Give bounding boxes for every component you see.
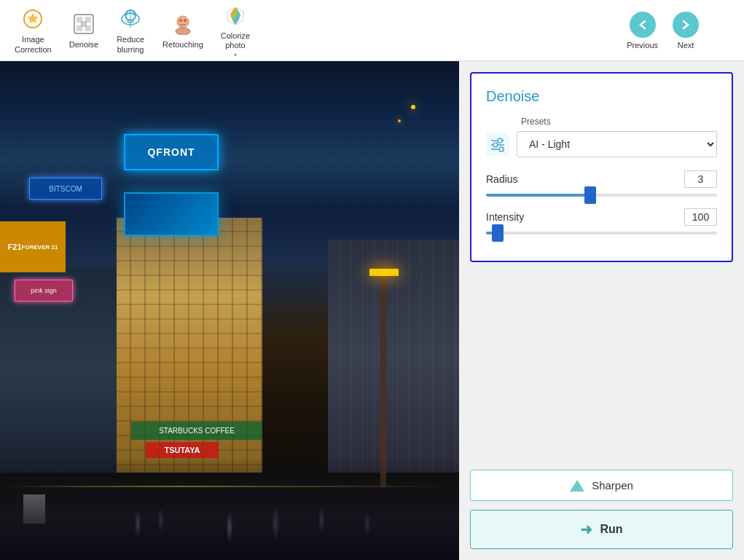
crowd-figures xyxy=(0,473,459,545)
next-button-circle[interactable] xyxy=(673,12,699,38)
denoise-icon xyxy=(71,11,97,37)
toolbar-item-reduce-blurring[interactable]: Reduce blurring xyxy=(109,1,152,58)
denoise-label: Denoise xyxy=(69,40,98,50)
run-button[interactable]: ➜ Run xyxy=(470,510,733,549)
image-panel: QFRONT BITSCOM F21FOREVER 21 pink sign S… xyxy=(0,61,459,560)
sharpen-label: Sharpen xyxy=(592,479,633,492)
intensity-slider-thumb[interactable] xyxy=(492,224,504,242)
svg-point-1 xyxy=(29,15,36,23)
intensity-slider-track[interactable] xyxy=(486,232,717,234)
presets-control: AI - Light AI - Strong AI - Medium Manua… xyxy=(486,131,717,157)
presets-label: Presets xyxy=(521,117,717,127)
toolbar-nav-next[interactable]: Next xyxy=(667,9,705,52)
image-correction-label: Image Correction xyxy=(15,35,52,54)
pink-sign: pink sign xyxy=(15,280,73,301)
light-pole xyxy=(380,269,386,487)
toolbar-nav-previous[interactable]: Previous xyxy=(621,9,664,52)
toolbar: Image Correction Denoise xyxy=(0,0,744,61)
toolbar-item-colorize[interactable]: Colorize photo ▾ xyxy=(214,0,257,63)
svg-rect-7 xyxy=(81,21,87,27)
reduce-blurring-icon xyxy=(117,6,144,32)
toolbar-item-denoise[interactable]: Denoise xyxy=(62,7,106,54)
city-image: QFRONT BITSCOM F21FOREVER 21 pink sign S… xyxy=(0,61,459,560)
svg-point-16 xyxy=(498,138,502,143)
right-panel: Denoise Presets xyxy=(459,61,744,560)
action-buttons: Sharpen ➜ Run xyxy=(470,470,733,549)
presets-row: Presets AI - Light xyxy=(486,117,717,157)
light-dot-1 xyxy=(411,105,415,109)
svg-point-18 xyxy=(493,143,498,147)
reduce-blurring-label: Reduce blurring xyxy=(117,35,144,54)
intensity-header: Intensity 100 xyxy=(486,208,717,226)
radius-section: Radius 3 xyxy=(486,170,717,197)
radius-label: Radius xyxy=(486,173,518,185)
radius-slider-track[interactable] xyxy=(486,194,717,197)
run-arrow-icon: ➜ xyxy=(580,521,592,538)
yellow-sign-f21: F21FOREVER 21 xyxy=(0,221,66,272)
previous-button-circle[interactable] xyxy=(630,12,656,38)
svg-point-12 xyxy=(176,28,190,35)
main-content: QFRONT BITSCOM F21FOREVER 21 pink sign S… xyxy=(0,61,744,560)
tsutaya-sign: TSUTAYA xyxy=(146,442,219,458)
spacer xyxy=(470,273,733,459)
colorize-dropdown-arrow: ▾ xyxy=(234,52,237,58)
retouching-icon xyxy=(170,11,196,37)
denoise-panel: Denoise Presets xyxy=(470,72,733,262)
svg-point-13 xyxy=(179,19,182,22)
sharpen-triangle-icon xyxy=(570,480,584,492)
previous-label: Previous xyxy=(627,41,658,50)
colorize-icon xyxy=(222,2,248,28)
intensity-section: Intensity 100 xyxy=(486,208,717,234)
light-dot-2 xyxy=(398,119,401,122)
svg-point-14 xyxy=(184,19,187,22)
next-label: Next xyxy=(678,41,694,50)
denoise-title: Denoise xyxy=(486,88,717,105)
toolbar-item-retouching[interactable]: Retouching xyxy=(155,7,211,54)
led-board xyxy=(124,192,219,236)
svg-point-20 xyxy=(499,147,504,151)
pole-light xyxy=(369,269,399,276)
sliders-icon xyxy=(486,133,509,156)
starbucks-sign: STARBUCKS COFFEE xyxy=(131,422,262,440)
radius-header: Radius 3 xyxy=(486,170,717,188)
neon-sign-bitscom: BITSCOM xyxy=(29,178,102,200)
colorize-label: Colorize photo xyxy=(221,31,250,50)
radius-value: 3 xyxy=(684,170,717,188)
intensity-label: Intensity xyxy=(486,211,524,223)
image-correction-icon xyxy=(20,6,46,32)
run-label: Run xyxy=(600,523,622,536)
radius-slider-fill xyxy=(486,194,590,197)
sharpen-button[interactable]: Sharpen xyxy=(470,470,733,501)
toolbar-item-image-correction[interactable]: Image Correction xyxy=(7,1,59,58)
retouching-label: Retouching xyxy=(162,40,203,50)
preset-select[interactable]: AI - Light AI - Strong AI - Medium Manua… xyxy=(517,131,717,157)
svg-point-11 xyxy=(177,16,189,28)
neon-sign-ofront: QFRONT xyxy=(124,134,219,170)
intensity-value: 100 xyxy=(684,208,717,226)
radius-slider-thumb[interactable] xyxy=(584,186,596,204)
